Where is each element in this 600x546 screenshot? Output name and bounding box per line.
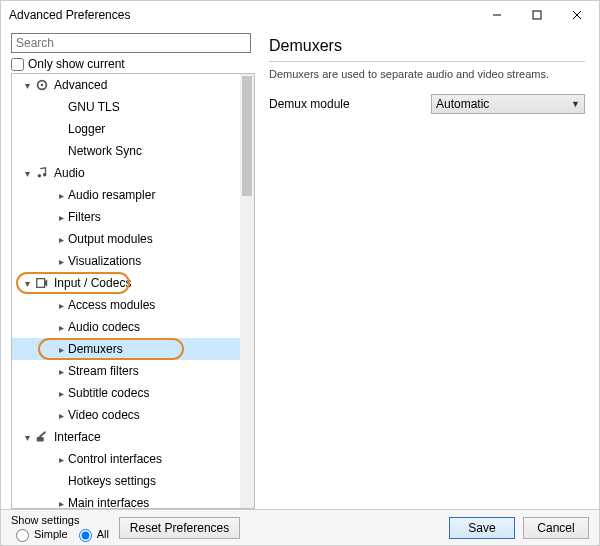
- tree-label: Control interfaces: [68, 452, 162, 466]
- tree-wrap: ▾ Advanced GNU TLS Logger Network Sync ▾…: [11, 73, 255, 509]
- radio-all-input[interactable]: [79, 529, 92, 542]
- tree-item-hotkeys-settings[interactable]: Hotkeys settings: [12, 470, 240, 492]
- tree-scrollbar[interactable]: [240, 74, 254, 508]
- tree-label: Audio: [54, 166, 85, 180]
- tree: ▾ Advanced GNU TLS Logger Network Sync ▾…: [12, 74, 240, 508]
- panel-description: Demuxers are used to separate audio and …: [269, 68, 585, 80]
- tree-label: Demuxers: [68, 342, 123, 356]
- tree-label: Subtitle codecs: [68, 386, 149, 400]
- chevron-right-icon: ▸: [54, 322, 68, 333]
- chevron-down-icon: ▾: [20, 432, 34, 443]
- brush-icon: [34, 429, 50, 445]
- svg-rect-8: [37, 279, 45, 288]
- chevron-down-icon: ▾: [20, 278, 34, 289]
- chevron-down-icon: ▾: [20, 80, 34, 91]
- chevron-right-icon: ▸: [54, 234, 68, 245]
- content-area: Only show current ▾ Advanced GNU TLS Log…: [1, 29, 599, 509]
- chevron-right-icon: ▸: [54, 366, 68, 377]
- tree-label: Main interfaces: [68, 496, 149, 508]
- tree-item-input-codecs[interactable]: ▾ Input / Codecs: [12, 272, 240, 294]
- close-button[interactable]: [557, 1, 597, 29]
- demux-module-label: Demux module: [269, 97, 419, 111]
- tree-label: Audio codecs: [68, 320, 140, 334]
- tree-label: Audio resampler: [68, 188, 155, 202]
- radio-all[interactable]: All: [74, 526, 109, 542]
- cancel-button[interactable]: Cancel: [523, 517, 589, 539]
- tree-label: GNU TLS: [68, 100, 120, 114]
- tree-label: Interface: [54, 430, 101, 444]
- minimize-button[interactable]: [477, 1, 517, 29]
- chevron-right-icon: ▸: [54, 344, 68, 355]
- search-input[interactable]: [11, 33, 251, 53]
- tree-item-access-modules[interactable]: ▸Access modules: [12, 294, 240, 316]
- tree-label: Video codecs: [68, 408, 140, 422]
- tree-item-advanced[interactable]: ▾ Advanced: [12, 74, 240, 96]
- reset-preferences-button[interactable]: Reset Preferences: [119, 517, 240, 539]
- left-panel: Only show current ▾ Advanced GNU TLS Log…: [1, 29, 259, 509]
- tree-label: Hotkeys settings: [68, 474, 156, 488]
- svg-rect-1: [533, 11, 541, 19]
- tree-item-logger[interactable]: Logger: [12, 118, 240, 140]
- tree-item-network-sync[interactable]: Network Sync: [12, 140, 240, 162]
- tree-label: Advanced: [54, 78, 107, 92]
- svg-point-7: [43, 173, 47, 177]
- demux-module-row: Demux module Automatic ▼: [269, 94, 585, 114]
- tree-item-audio-codecs[interactable]: ▸Audio codecs: [12, 316, 240, 338]
- save-button[interactable]: Save: [449, 517, 515, 539]
- chevron-right-icon: ▸: [54, 190, 68, 201]
- window-title: Advanced Preferences: [9, 8, 477, 22]
- footer: Show settings Simple All Reset Preferenc…: [1, 509, 599, 545]
- tree-item-audio-resampler[interactable]: ▸Audio resampler: [12, 184, 240, 206]
- tree-label: Network Sync: [68, 144, 142, 158]
- panel-heading: Demuxers: [269, 37, 585, 55]
- chevron-right-icon: ▸: [54, 212, 68, 223]
- tree-item-filters[interactable]: ▸Filters: [12, 206, 240, 228]
- chevron-right-icon: ▸: [54, 256, 68, 267]
- codec-icon: [34, 275, 50, 291]
- tree-label: Input / Codecs: [54, 276, 131, 290]
- tree-item-demuxers[interactable]: ▸Demuxers: [12, 338, 240, 360]
- dropdown-value: Automatic: [436, 97, 489, 111]
- tree-item-interface[interactable]: ▾ Interface: [12, 426, 240, 448]
- tree-item-gnu-tls[interactable]: GNU TLS: [12, 96, 240, 118]
- chevron-right-icon: ▸: [54, 498, 68, 509]
- divider: [269, 61, 585, 62]
- tree-label: Filters: [68, 210, 101, 224]
- tree-item-video-codecs[interactable]: ▸Video codecs: [12, 404, 240, 426]
- radio-simple-input[interactable]: [16, 529, 29, 542]
- show-settings-label: Show settings: [11, 514, 109, 526]
- radio-all-label: All: [97, 528, 109, 540]
- only-show-current-label: Only show current: [28, 57, 125, 71]
- tree-label: Output modules: [68, 232, 153, 246]
- demux-module-dropdown[interactable]: Automatic ▼: [431, 94, 585, 114]
- tree-item-stream-filters[interactable]: ▸Stream filters: [12, 360, 240, 382]
- tree-item-subtitle-codecs[interactable]: ▸Subtitle codecs: [12, 382, 240, 404]
- tree-item-audio[interactable]: ▾ Audio: [12, 162, 240, 184]
- tree-label: Visualizations: [68, 254, 141, 268]
- svg-rect-9: [37, 437, 44, 441]
- tree-item-main-interfaces[interactable]: ▸Main interfaces: [12, 492, 240, 508]
- tree-item-output-modules[interactable]: ▸Output modules: [12, 228, 240, 250]
- only-show-current-checkbox[interactable]: [11, 58, 24, 71]
- gear-icon: [34, 77, 50, 93]
- chevron-down-icon: ▾: [20, 168, 34, 179]
- chevron-right-icon: ▸: [54, 410, 68, 421]
- tree-label: Logger: [68, 122, 105, 136]
- show-settings-group: Show settings Simple All: [11, 514, 109, 542]
- tree-label: Stream filters: [68, 364, 139, 378]
- chevron-right-icon: ▸: [54, 454, 68, 465]
- tree-item-control-interfaces[interactable]: ▸Control interfaces: [12, 448, 240, 470]
- radio-simple[interactable]: Simple: [11, 526, 68, 542]
- chevron-right-icon: ▸: [54, 300, 68, 311]
- titlebar: Advanced Preferences: [1, 1, 599, 29]
- maximize-button[interactable]: [517, 1, 557, 29]
- only-show-current[interactable]: Only show current: [11, 57, 255, 71]
- radio-simple-label: Simple: [34, 528, 68, 540]
- scrollbar-thumb[interactable]: [242, 76, 252, 196]
- tree-item-visualizations[interactable]: ▸Visualizations: [12, 250, 240, 272]
- svg-point-6: [38, 174, 42, 178]
- tree-label: Access modules: [68, 298, 155, 312]
- right-panel: Demuxers Demuxers are used to separate a…: [259, 29, 599, 509]
- music-note-icon: [34, 165, 50, 181]
- svg-point-5: [41, 84, 44, 87]
